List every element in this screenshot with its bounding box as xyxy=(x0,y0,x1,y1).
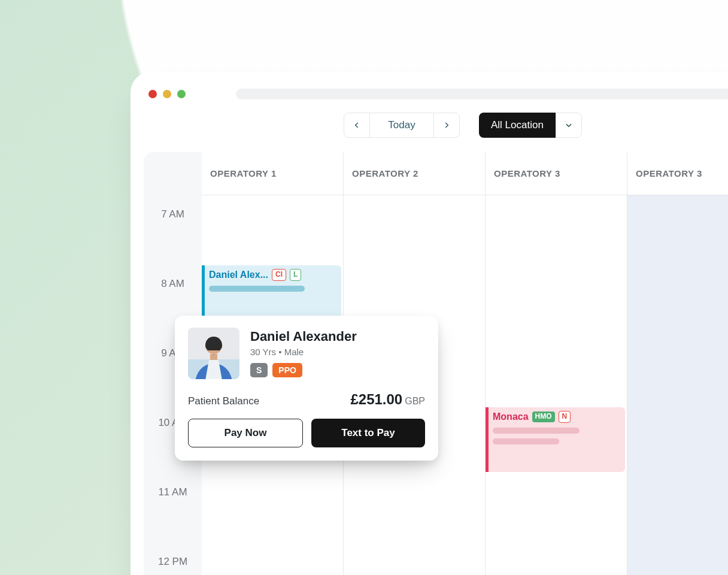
tag-l: L xyxy=(290,269,301,281)
chevron-right-icon xyxy=(442,121,451,129)
window-traffic-lights xyxy=(148,90,186,98)
schedule-grid: 7 AM 8 AM 9 AM 10 AM 11 AM 12 PM OPERATO… xyxy=(144,152,728,575)
chip-s: S xyxy=(250,363,268,377)
tag-ci: CI xyxy=(272,269,286,281)
patient-name: Daniel Alexander xyxy=(250,329,425,344)
balance-label: Patient Balance xyxy=(188,395,259,407)
time-label: 12 PM xyxy=(144,556,202,568)
appointment-monaca[interactable]: Monaca HMO N xyxy=(486,407,625,472)
tag-n: N xyxy=(559,411,571,423)
patient-popover: Daniel Alexander 30 Yrs • Male S PPO Pat… xyxy=(175,316,438,461)
svg-rect-1 xyxy=(210,354,217,360)
avatar xyxy=(188,328,239,379)
text-to-pay-button[interactable]: Text to Pay xyxy=(311,419,425,447)
prev-day-button[interactable] xyxy=(344,113,370,138)
column-header: OPERATORY 1 xyxy=(202,152,343,195)
close-dot[interactable] xyxy=(148,90,157,98)
time-label: 7 AM xyxy=(144,208,202,220)
app-window: Today All Location 7 AM 8 AM 9 AM 10 AM … xyxy=(131,72,728,575)
time-label: 11 AM xyxy=(144,486,202,498)
appointment-patient-name: Monaca xyxy=(493,411,529,422)
chevron-left-icon xyxy=(353,121,361,129)
today-button[interactable]: Today xyxy=(370,113,433,138)
next-day-button[interactable] xyxy=(433,113,460,138)
location-button[interactable]: All Location xyxy=(479,113,556,138)
balance-value: £251.00GBP xyxy=(350,391,425,408)
column-header: OPERATORY 3 xyxy=(627,152,728,195)
chevron-down-icon xyxy=(565,121,573,129)
chip-ppo: PPO xyxy=(272,363,302,377)
pay-now-button[interactable]: Pay Now xyxy=(188,419,303,447)
column-header: OPERATORY 2 xyxy=(344,152,485,195)
appointment-patient-name: Daniel Alex... xyxy=(209,270,268,280)
operatory-column-4: OPERATORY 3 xyxy=(627,152,728,575)
browser-urlbar[interactable] xyxy=(236,89,728,99)
operatory-column-3: OPERATORY 3 Monaca HMO N xyxy=(486,152,627,575)
time-label: 8 AM xyxy=(144,278,202,290)
location-dropdown[interactable] xyxy=(556,113,582,138)
column-header: OPERATORY 3 xyxy=(486,152,627,195)
maximize-dot[interactable] xyxy=(177,90,186,98)
patient-subtitle: 30 Yrs • Male xyxy=(250,347,425,357)
tag-hmo: HMO xyxy=(532,411,555,422)
minimize-dot[interactable] xyxy=(163,90,171,98)
calendar-toolbar: Today All Location xyxy=(344,113,582,138)
